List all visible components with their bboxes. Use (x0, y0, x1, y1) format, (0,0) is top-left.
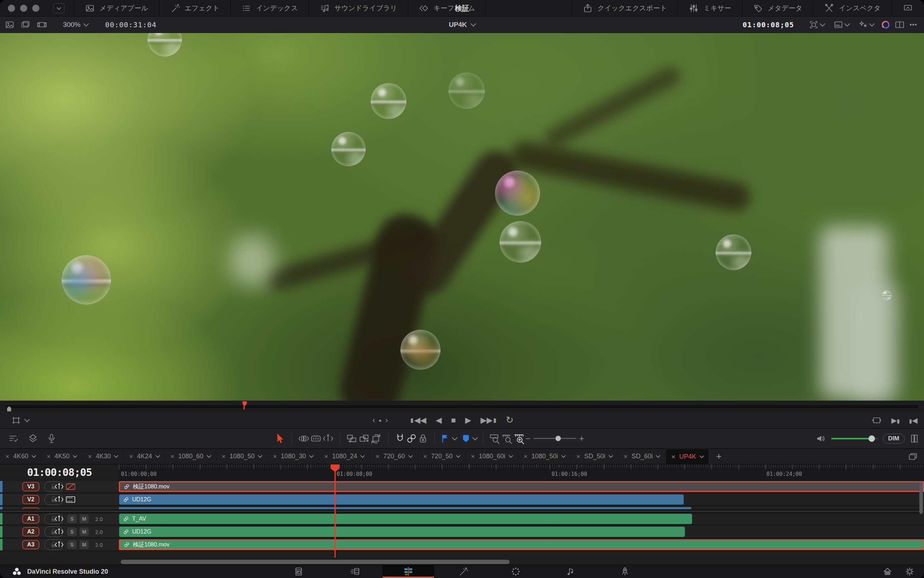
timeline-playhead-line[interactable] (335, 464, 336, 558)
auto-select-icon[interactable] (55, 495, 64, 503)
page-tab-media[interactable] (285, 565, 312, 578)
close-icon[interactable]: × (375, 453, 379, 460)
marker-select[interactable] (462, 434, 477, 443)
chevron-down-icon[interactable] (361, 453, 365, 458)
home-icon[interactable] (882, 567, 892, 576)
overlay-options-select[interactable] (831, 20, 852, 29)
chevron-down-icon[interactable] (699, 454, 704, 458)
chevron-down-icon[interactable] (608, 453, 613, 458)
inspector-button[interactable]: インスペクタ (813, 0, 892, 16)
snapping-magnet-tool[interactable] (394, 433, 406, 444)
media-pool-button[interactable]: メディアプール (74, 0, 159, 16)
close-icon[interactable]: × (222, 453, 226, 460)
chevron-down-icon[interactable] (561, 453, 566, 458)
enhance-options-select[interactable] (856, 20, 877, 29)
close-icon[interactable]: × (471, 453, 475, 460)
timeline-horizontal-scrollbar[interactable] (121, 560, 510, 564)
chevron-down-icon[interactable] (408, 453, 413, 458)
window-controls[interactable] (8, 5, 39, 12)
timeline-clip-partial[interactable] (119, 507, 691, 509)
next-marker-button[interactable]: ▶▮ (892, 416, 900, 425)
position-lock-tool[interactable] (417, 433, 429, 444)
track-lane[interactable]: 検証1080.mov (119, 539, 924, 551)
page-tab-cut[interactable] (341, 565, 369, 578)
link-clips-tool[interactable] (406, 433, 417, 444)
chevron-down-icon[interactable] (456, 453, 461, 458)
go-to-end-button[interactable]: ▶▶▮ (481, 416, 497, 425)
timeline-clip[interactable]: UD12G (119, 526, 685, 537)
stop-button[interactable]: ■ (451, 416, 456, 425)
close-icon[interactable]: × (423, 453, 427, 460)
page-tab-fusion[interactable] (450, 565, 477, 578)
close-icon[interactable]: × (5, 453, 9, 460)
color-viewer-icon[interactable] (880, 19, 891, 30)
timeline-clip[interactable]: UD12G (119, 494, 684, 505)
zoom-out-button[interactable]: − (525, 434, 531, 443)
timeline-tab[interactable]: ×1080_50 (216, 449, 267, 464)
timeline-viewer[interactable] (0, 33, 924, 401)
page-tab-edit[interactable] (382, 565, 434, 578)
timeline-tab[interactable]: ×1080_60i (466, 449, 518, 464)
auto-select-icon[interactable] (55, 515, 64, 523)
play-button[interactable]: ▶ (465, 416, 471, 425)
scrubber-track[interactable] (5, 404, 919, 409)
loop-button[interactable]: ↻ (506, 415, 514, 426)
page-tab-color[interactable] (502, 565, 529, 578)
speaker-icon[interactable] (816, 434, 826, 443)
keyframe-button[interactable]: キーフレーム (408, 0, 486, 16)
track-lane[interactable]: UD12G (119, 494, 924, 506)
voiceover-mic-icon[interactable] (47, 433, 57, 444)
timeline-ruler[interactable]: 01:00:00;00 01:00:08;00 01:00:16;00 01:0… (119, 464, 924, 480)
solo-button[interactable]: S (67, 528, 77, 536)
track-header[interactable]: A3 S M 2.0 (0, 539, 119, 551)
timeline-clip[interactable]: 検証1080.mov (119, 539, 924, 550)
full-extent-zoom-tool[interactable] (489, 433, 501, 444)
timeline-selector[interactable]: UP4K (449, 21, 475, 29)
viewer-zoom-select[interactable]: 300% (63, 21, 88, 29)
trim-edit-mode-tool[interactable] (298, 433, 310, 444)
panel-layout-toggle[interactable] (53, 3, 65, 13)
step-back-button[interactable]: ◀ (436, 416, 442, 425)
timeline-view-options-icon[interactable] (8, 433, 19, 444)
timeline-zoom-slider[interactable] (533, 438, 576, 439)
close-icon[interactable]: × (88, 453, 92, 460)
zoom-in-button[interactable]: + (579, 434, 584, 443)
chevron-down-icon[interactable] (309, 453, 314, 458)
timeline-vertical-scrollbar[interactable] (919, 482, 923, 514)
effects-button[interactable]: エフェクト (159, 0, 230, 16)
track-lane[interactable]: T_AV (119, 513, 924, 525)
timeline-tab[interactable]: ×1080_30 (267, 449, 319, 464)
track-header[interactable]: A2 S M 2.0 (0, 526, 119, 538)
track-badge[interactable]: A1 (22, 514, 39, 524)
close-icon[interactable]: × (273, 453, 277, 460)
page-tab-deliver[interactable] (611, 565, 639, 578)
solo-button[interactable]: S (67, 541, 77, 549)
timeline-tab[interactable]: ×SD_60i (618, 449, 665, 464)
overwrite-clip-tool[interactable] (358, 433, 370, 444)
index-button[interactable]: インデックス (231, 0, 309, 16)
video-audio-splitter[interactable] (0, 510, 924, 513)
source-timecode-field[interactable]: 00:00:31:04 (105, 20, 157, 29)
close-icon[interactable]: × (576, 453, 580, 460)
mixer-button[interactable]: ミキサー (678, 0, 742, 16)
timeline-list-icon[interactable] (907, 451, 918, 461)
auto-select-icon[interactable] (55, 528, 64, 536)
mute-button[interactable]: M (79, 515, 89, 523)
chevron-down-icon[interactable] (656, 453, 661, 458)
viewer-scrubber[interactable] (0, 401, 924, 412)
chevron-down-icon[interactable] (207, 453, 211, 458)
loop-range-icon[interactable] (871, 416, 882, 425)
still-grab-icon[interactable] (5, 20, 15, 29)
selection-mode-tool[interactable] (275, 433, 286, 444)
close-icon[interactable]: × (170, 453, 175, 460)
quick-export-button[interactable]: クイックエクスポート (572, 0, 678, 16)
timeline-tab[interactable]: ×720_60 (370, 449, 417, 464)
timeline-clip[interactable]: 検証1080.mov (119, 481, 924, 492)
sound-library-button[interactable]: サウンドライブラリ (309, 0, 408, 16)
minimize-window-button[interactable] (20, 5, 27, 12)
chevron-down-icon[interactable] (24, 417, 30, 422)
track-badge[interactable]: V3 (22, 482, 39, 491)
gallery-still-icon[interactable] (21, 20, 30, 29)
track-header[interactable]: V2 (0, 494, 119, 506)
video-disabled-icon[interactable] (65, 483, 76, 490)
